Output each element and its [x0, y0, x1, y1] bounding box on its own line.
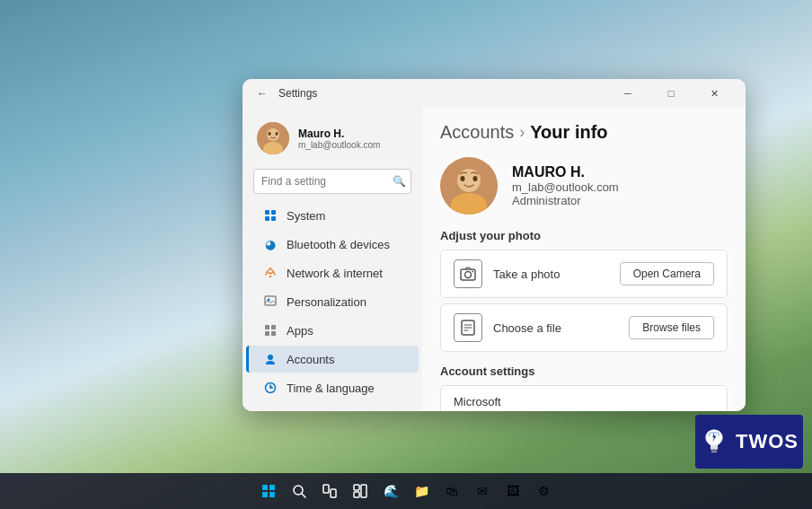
breadcrumb-separator: › — [519, 123, 525, 142]
svg-rect-12 — [265, 325, 269, 329]
time-icon — [263, 381, 278, 395]
svg-rect-33 — [711, 451, 717, 452]
folder-icon[interactable]: 📁 — [409, 478, 434, 504]
sidebar-item-bluetooth[interactable]: ◕ Bluetooth & devices — [246, 231, 419, 258]
photos-icon[interactable]: 🖼 — [500, 478, 525, 504]
widgets-button[interactable] — [348, 478, 373, 504]
mail-icon[interactable]: ✉ — [470, 478, 495, 504]
sidebar-item-network[interactable]: Network & internet — [246, 259, 419, 286]
breadcrumb-current: Your info — [530, 122, 607, 143]
desktop: ← Settings ─ □ ✕ — [0, 0, 812, 509]
bluetooth-label: Bluetooth & devices — [287, 238, 390, 251]
search-input[interactable] — [253, 169, 411, 194]
window-controls: ─ □ ✕ — [607, 79, 735, 108]
take-photo-row: Take a photo Open Camera — [440, 250, 728, 298]
sidebar-item-system[interactable]: System — [246, 202, 419, 229]
svg-point-16 — [268, 355, 273, 360]
file-icon — [454, 313, 482, 342]
system-icon — [263, 208, 278, 223]
window-body: Mauro H. m_lab@outlook.com 🔍 System — [243, 108, 746, 411]
svg-point-3 — [269, 132, 271, 136]
account-type: Microsoft account — [454, 395, 535, 411]
take-photo-label: Take a photo — [493, 268, 560, 281]
user-display-name: MAURO H. — [512, 164, 728, 180]
svg-point-4 — [276, 132, 278, 136]
svg-point-29 — [472, 271, 473, 273]
maximize-button[interactable]: □ — [650, 79, 692, 108]
sidebar-item-accounts[interactable]: Accounts — [246, 346, 419, 373]
adjust-photo-section: Adjust your photo Take a photo Open Came… — [440, 229, 728, 352]
svg-rect-39 — [323, 485, 329, 493]
store-icon[interactable]: 🛍 — [439, 478, 464, 504]
browse-files-button[interactable]: Browse files — [629, 316, 714, 339]
system-label: System — [287, 209, 325, 223]
svg-rect-10 — [265, 296, 276, 305]
sidebar-user-profile: Mauro H. m_lab@outlook.com — [243, 115, 422, 165]
minimize-button[interactable]: ─ — [607, 79, 649, 108]
personalization-icon — [263, 294, 278, 309]
gaming-label: Gaming — [287, 410, 328, 412]
svg-rect-13 — [271, 325, 276, 329]
open-camera-button[interactable]: Open Camera — [620, 262, 714, 285]
window-title: Settings — [278, 87, 317, 100]
svg-rect-36 — [262, 492, 268, 497]
twos-brand-text: TWOS — [736, 430, 799, 453]
sidebar-item-apps[interactable]: Apps — [246, 317, 419, 344]
search-icon[interactable]: 🔍 — [393, 175, 406, 188]
main-content: Accounts › Your info — [422, 108, 746, 411]
microsoft-account-row: Microsoft account Windows is better when… — [440, 385, 728, 411]
svg-rect-37 — [269, 492, 275, 497]
svg-rect-40 — [331, 489, 336, 497]
network-label: Network & internet — [287, 267, 383, 280]
svg-rect-43 — [361, 485, 366, 497]
svg-point-25 — [461, 176, 465, 181]
svg-point-26 — [473, 176, 478, 181]
user-details: MAURO H. m_lab@outlook.com Administrator — [512, 164, 728, 207]
svg-point-28 — [465, 272, 472, 278]
svg-rect-41 — [354, 485, 359, 490]
bluetooth-icon: ◕ — [263, 237, 278, 251]
twos-logo: TWOS — [695, 415, 803, 469]
back-button[interactable]: ← — [253, 84, 271, 102]
time-label: Time & language — [287, 382, 375, 395]
microsoft-account-info: Microsoft account Windows is better when… — [454, 395, 535, 411]
user-email-main: m_lab@outlook.com — [512, 180, 728, 194]
sidebar-user-name: Mauro H. — [298, 127, 408, 140]
settings-window: ← Settings ─ □ ✕ — [243, 79, 746, 411]
search-box: 🔍 — [253, 169, 411, 194]
svg-rect-32 — [710, 449, 718, 451]
close-button[interactable]: ✕ — [693, 79, 735, 108]
sidebar-item-gaming[interactable]: Gaming — [246, 403, 419, 411]
search-taskbar-button[interactable] — [287, 478, 312, 504]
adjust-photo-title: Adjust your photo — [440, 229, 728, 242]
svg-rect-15 — [271, 331, 276, 336]
svg-rect-34 — [262, 485, 268, 490]
accounts-label: Accounts — [287, 353, 334, 366]
user-avatar-large — [440, 157, 498, 215]
title-bar: ← Settings ─ □ ✕ — [243, 79, 746, 108]
take-photo-left: Take a photo — [454, 259, 560, 288]
taskbar-icons: 🌊 📁 🛍 ✉ 🖼 ⚙ — [256, 478, 556, 504]
sidebar-item-time[interactable]: Time & language — [246, 374, 419, 401]
svg-rect-42 — [354, 492, 359, 497]
choose-file-label: Choose a file — [493, 321, 561, 335]
personalization-label: Personalization — [287, 295, 366, 309]
accounts-icon — [263, 352, 278, 366]
settings-taskbar-icon[interactable]: ⚙ — [531, 478, 556, 504]
edge-icon[interactable]: 🌊 — [378, 478, 403, 504]
camera-icon — [454, 259, 482, 288]
svg-rect-8 — [271, 216, 276, 221]
apps-label: Apps — [287, 324, 313, 338]
apps-icon — [263, 323, 278, 338]
svg-rect-7 — [265, 216, 269, 221]
sidebar: Mauro H. m_lab@outlook.com 🔍 System — [243, 108, 422, 411]
svg-rect-6 — [271, 210, 276, 215]
taskview-button[interactable] — [317, 478, 342, 504]
svg-rect-5 — [265, 210, 269, 215]
breadcrumb-parent: Accounts — [440, 122, 514, 143]
sidebar-user-email: m_lab@outlook.com — [298, 140, 408, 150]
start-button[interactable] — [256, 478, 281, 504]
user-card: MAURO H. m_lab@outlook.com Administrator — [440, 157, 728, 215]
breadcrumb: Accounts › Your info — [440, 122, 728, 143]
sidebar-item-personalization[interactable]: Personalization — [246, 288, 419, 315]
